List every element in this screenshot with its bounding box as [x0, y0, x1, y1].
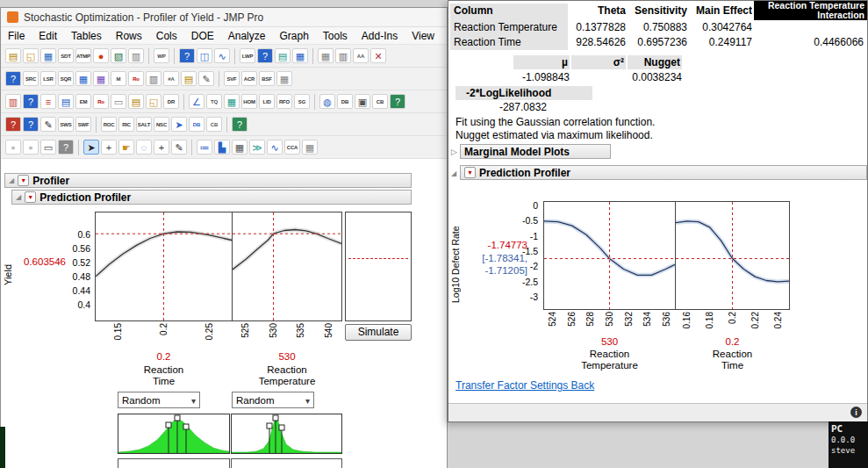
fit-curve-icon[interactable]: ∿ — [214, 48, 230, 63]
cb-icon[interactable]: CB — [372, 94, 388, 109]
random-distribution-temperature[interactable] — [231, 414, 342, 454]
help-gray-icon[interactable]: ? — [58, 140, 74, 155]
tiny-tool3-icon[interactable]: ▭ — [40, 140, 56, 155]
disclosure-open-icon[interactable] — [451, 170, 456, 177]
prediction-profiler-outline-header[interactable]: Prediction Profiler — [11, 190, 412, 205]
arrow-tool-icon[interactable]: ➤ — [83, 140, 99, 155]
simulate-button[interactable]: Simulate — [345, 324, 412, 341]
red-triangle-menu-icon[interactable] — [464, 167, 476, 178]
roc-icon[interactable]: ROC — [101, 117, 117, 132]
note-icon[interactable]: ▭ — [111, 94, 126, 109]
report-icon[interactable]: ▤ — [275, 48, 291, 63]
save-icon[interactable]: ▦ — [40, 48, 56, 63]
help-blue-icon[interactable]: ? — [257, 48, 273, 63]
help3-icon[interactable]: ? — [23, 94, 39, 109]
help2-icon[interactable]: ? — [5, 71, 21, 86]
plane-icon[interactable]: ➤ — [171, 117, 187, 132]
menu-item[interactable]: Window — [441, 29, 447, 43]
profile-plot-icon[interactable]: ∠ — [189, 94, 204, 109]
zoom-tool-icon[interactable]: ◌ — [136, 140, 152, 155]
menu-item[interactable]: Tools — [316, 29, 355, 43]
binoculars-icon[interactable]: M — [111, 71, 126, 86]
db-icon[interactable]: DB — [337, 94, 353, 109]
excel-import-icon[interactable]: ▧ — [111, 48, 126, 63]
disclosure-open-icon[interactable] — [9, 177, 14, 184]
list-red-icon[interactable]: ≡ — [40, 94, 56, 109]
wp-icon[interactable]: WP — [154, 48, 169, 63]
sdt-icon[interactable]: SDT — [58, 48, 74, 63]
random-distribution-time[interactable] — [118, 414, 230, 454]
src-icon[interactable]: SRC — [23, 71, 39, 86]
ro2-icon[interactable]: Ro — [93, 94, 109, 109]
menu-item[interactable]: View — [405, 29, 441, 43]
table-purple-icon[interactable]: ▦ — [93, 71, 109, 86]
open-file-icon[interactable]: ◱ — [23, 48, 39, 63]
lid-icon[interactable]: LID — [259, 94, 275, 109]
yield-vs-temperature-plot[interactable] — [232, 212, 342, 321]
globe-icon[interactable]: ◍ — [319, 94, 335, 109]
defect-vs-time-plot[interactable] — [675, 201, 790, 310]
disclosure-closed-icon[interactable] — [451, 148, 457, 156]
table-blue-icon[interactable]: ▦ — [75, 71, 91, 86]
tq-icon[interactable]: TQ — [206, 94, 222, 109]
prediction-profiler-header[interactable]: Prediction Profiler — [460, 165, 867, 180]
menu-item[interactable]: Tables — [64, 29, 109, 43]
sws-icon[interactable]: SWS — [58, 117, 74, 132]
grid-view-icon[interactable]: ▦ — [232, 140, 247, 155]
dr-icon[interactable]: DR — [163, 94, 179, 109]
hand-tool-icon[interactable]: ☛ — [118, 140, 134, 155]
swf-icon[interactable]: SWF — [75, 117, 91, 132]
grid2-icon[interactable]: ▥ — [146, 71, 161, 86]
disclosure-open-icon[interactable] — [16, 194, 21, 201]
tabulate-icon[interactable]: ▥ — [335, 48, 351, 63]
title-bar[interactable]: Stochastic Optimization - Profiler of Yi… — [1, 8, 447, 27]
small-grid-icon[interactable]: ▦ — [276, 71, 292, 86]
menu-item[interactable]: Edit — [32, 29, 64, 43]
profiler-outline-header[interactable]: Profiler — [4, 173, 412, 188]
grid-teal-icon[interactable]: ▦ — [224, 94, 240, 109]
em-icon[interactable]: EM — [75, 94, 91, 109]
red-triangle-menu-icon[interactable] — [18, 175, 29, 186]
salt-icon[interactable]: SALT — [136, 117, 152, 132]
cca-icon[interactable]: CCA — [284, 140, 300, 155]
rfo-icon[interactable]: RFO — [276, 94, 292, 109]
cb2-icon[interactable]: CB — [206, 117, 222, 132]
ro-icon[interactable]: Ro — [128, 71, 144, 86]
crosshair-tool-icon[interactable]: + — [101, 140, 117, 155]
atmp-icon[interactable]: ATMP — [75, 48, 91, 63]
menu-item[interactable]: Cols — [149, 29, 184, 43]
pencil-tool-icon[interactable]: ✎ — [171, 140, 187, 155]
pen-icon[interactable]: ✎ — [40, 117, 56, 132]
close-panel-icon[interactable]: ✕ — [370, 48, 386, 63]
copy-icon[interactable]: ▣ — [355, 94, 370, 109]
plus-tool-icon[interactable]: + — [154, 140, 169, 155]
help-red-icon[interactable]: ? — [5, 117, 21, 132]
help-green-icon[interactable]: ? — [390, 94, 405, 109]
defect-vs-temperature-plot[interactable] — [543, 201, 676, 310]
aa-icon[interactable]: AA — [353, 48, 369, 63]
red-triangle-menu-icon[interactable] — [25, 191, 36, 203]
acr-icon[interactable]: ACR — [241, 71, 257, 86]
sqr-icon[interactable]: SQR — [58, 71, 74, 86]
wave-icon[interactable]: ∿ — [267, 140, 283, 155]
bsf-icon[interactable]: BSF — [259, 71, 275, 86]
matrix-icon[interactable]: ▦ — [292, 48, 308, 63]
lsr-icon[interactable]: LSR — [40, 71, 56, 86]
grid-icon[interactable]: ▦ — [318, 48, 334, 63]
journal-blue-icon[interactable]: ▤ — [58, 94, 74, 109]
jmp-ball-icon[interactable]: ● — [93, 48, 109, 63]
menu-item[interactable]: DOE — [184, 29, 221, 43]
tiny-tool2-icon[interactable]: ▫ — [23, 140, 39, 155]
simulator-response-panel[interactable] — [345, 212, 412, 321]
transfer-factor-settings-link[interactable]: Transfer Factor Settings Back — [456, 379, 594, 392]
menu-item[interactable]: Rows — [109, 29, 149, 43]
menu-item[interactable]: File — [1, 29, 32, 43]
annotate-icon[interactable]: ✎ — [198, 71, 214, 86]
svf-icon[interactable]: SVF — [224, 71, 240, 86]
nsc-icon[interactable]: NSC — [154, 117, 169, 132]
tiny-tool1-icon[interactable]: ▫ — [5, 140, 21, 155]
menu-item[interactable]: Analyze — [221, 29, 273, 43]
menu-item[interactable]: Add-Ins — [355, 29, 405, 43]
sg-icon[interactable]: SG — [294, 94, 310, 109]
new-data-table-icon[interactable]: ▤ — [5, 48, 21, 63]
